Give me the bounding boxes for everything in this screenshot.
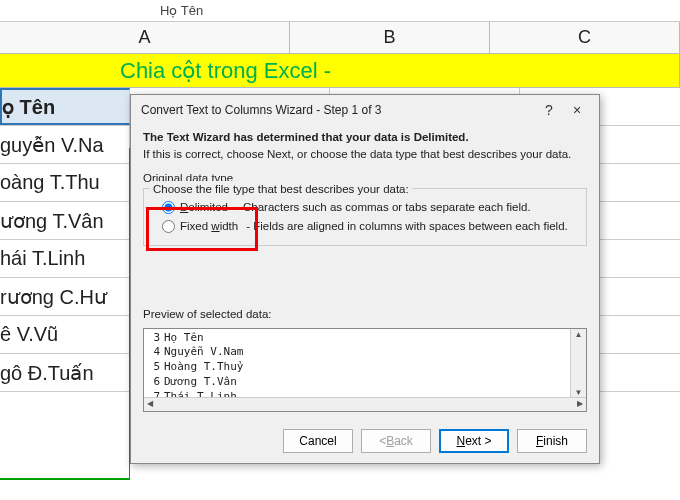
cell-A5[interactable]: oàng T.Thu xyxy=(0,164,130,201)
column-headers: A B C xyxy=(0,22,680,54)
file-type-legend: Choose the file type that best describes… xyxy=(150,181,412,198)
cell-A4[interactable]: guyễn V.Na xyxy=(0,126,130,163)
cell-A7[interactable]: hái T.Linh xyxy=(0,240,130,277)
formula-bar[interactable]: Họ Tên xyxy=(0,0,680,22)
dialog-title: Convert Text to Columns Wizard - Step 1 … xyxy=(141,103,535,117)
cell-A10[interactable]: gô Đ.Tuấn xyxy=(0,354,130,391)
help-button[interactable]: ? xyxy=(535,99,563,121)
finish-button[interactable]: Finish xyxy=(517,429,587,453)
formula-bar-value: Họ Tên xyxy=(160,3,203,18)
radio-fixed-width[interactable] xyxy=(162,220,175,233)
preview-row: 4Nguyễn V.Nam xyxy=(148,345,582,360)
selection-fill-handle-line xyxy=(0,478,130,480)
close-button[interactable]: × xyxy=(563,99,591,121)
preview-box: 3Họ Tên4Nguyễn V.Nam5Hoàng T.Thuỷ6Dương … xyxy=(143,328,587,412)
radio-fixed-row[interactable]: Fixed width - Fields are aligned in colu… xyxy=(152,218,578,235)
cell-A8[interactable]: rương C.Hư xyxy=(0,278,130,315)
title-merged-cell[interactable]: Chia cột trong Excel - xyxy=(0,54,680,88)
preview-row: 3Họ Tên xyxy=(148,331,582,346)
preview-row: 6Dương T.Vân xyxy=(148,375,582,390)
radio-fixed-label: Fixed width xyxy=(180,218,238,235)
text-to-columns-dialog: Convert Text to Columns Wizard - Step 1 … xyxy=(130,94,600,464)
cell-A6[interactable]: ương T.Vân xyxy=(0,202,130,239)
preview-label: Preview of selected data: xyxy=(143,306,587,323)
radio-delimited-row[interactable]: Delimited - Characters such as commas or… xyxy=(152,199,578,216)
next-button[interactable]: Next > xyxy=(439,429,509,453)
radio-delimited[interactable] xyxy=(162,201,175,214)
cell-A9[interactable]: ê V.Vũ xyxy=(0,316,130,353)
col-header-A[interactable]: A xyxy=(0,22,290,53)
radio-delimited-desc: - Characters such as commas or tabs sepa… xyxy=(236,199,578,216)
preview-scrollbar-vertical[interactable]: ▲▼ xyxy=(570,329,586,399)
cancel-button[interactable]: Cancel xyxy=(283,429,353,453)
dialog-titlebar[interactable]: Convert Text to Columns Wizard - Step 1 … xyxy=(131,95,599,125)
preview-row: 5Hoàng T.Thuỷ xyxy=(148,360,582,375)
preview-scrollbar-horizontal[interactable]: ◀▶ xyxy=(144,397,586,411)
radio-delimited-label: Delimited xyxy=(180,199,228,216)
radio-fixed-desc: - Fields are aligned in columns with spa… xyxy=(246,218,578,235)
preview-content: 3Họ Tên4Nguyễn V.Nam5Hoàng T.Thuỷ6Dương … xyxy=(144,329,586,399)
dialog-info-line1: The Text Wizard has determined that your… xyxy=(143,129,587,146)
col-header-C[interactable]: C xyxy=(490,22,680,53)
dialog-info-line2: If this is correct, choose Next, or choo… xyxy=(143,146,587,163)
back-button: < Back xyxy=(361,429,431,453)
col-header-B[interactable]: B xyxy=(290,22,490,53)
cell-A3[interactable]: ọ Tên xyxy=(0,88,130,125)
file-type-group: Choose the file type that best describes… xyxy=(143,188,587,247)
